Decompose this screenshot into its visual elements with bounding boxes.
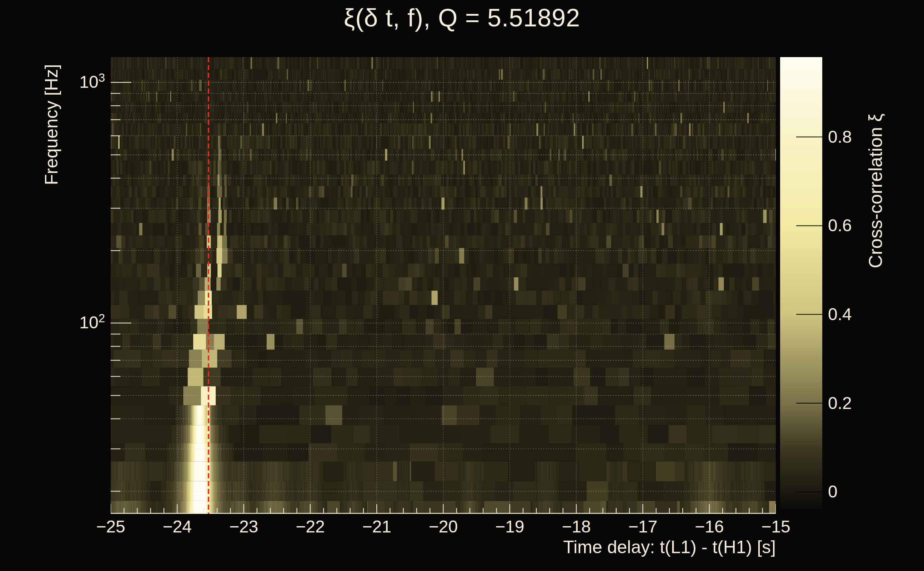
colorbar-tick-label: 0.8	[828, 127, 852, 147]
heatmap-canvas	[111, 57, 776, 514]
y-tick-label: 103	[79, 71, 105, 92]
x-axis-title: Time delay: t(L1) - t(H1) [s]	[563, 537, 776, 557]
colorbar-tick-label: 0	[828, 482, 837, 502]
x-tick-label: −18	[551, 517, 601, 536]
x-tick-label: −21	[352, 517, 402, 536]
x-tick-label: −17	[618, 517, 668, 536]
time-delay-marker-line	[208, 57, 209, 514]
colorbar-tick-label: 0.2	[828, 393, 852, 413]
plot-title: ξ(δ t, f), Q = 5.51892	[0, 3, 924, 32]
x-tick-label: −15	[751, 517, 801, 536]
y-axis-title: Frequency [Hz]	[41, 17, 62, 231]
colorbar-canvas	[780, 57, 822, 509]
x-tick-label: −20	[419, 517, 468, 536]
x-tick-label: −22	[285, 517, 335, 536]
x-tick-label: −24	[152, 517, 202, 536]
colorbar-title: Cross-correlation ξ	[865, 48, 886, 334]
colorbar-tick-label: 0.6	[828, 216, 852, 235]
x-tick-label: −25	[86, 517, 136, 536]
x-tick-label: −16	[685, 517, 734, 536]
colorbar-tick-label: 0.4	[828, 304, 852, 324]
x-tick-label: −23	[219, 517, 269, 536]
cross-correlation-plot: ξ(δ t, f), Q = 5.51892 Frequency [Hz] Ti…	[0, 0, 924, 571]
x-tick-label: −19	[485, 517, 535, 536]
y-tick-label: 102	[79, 312, 105, 332]
